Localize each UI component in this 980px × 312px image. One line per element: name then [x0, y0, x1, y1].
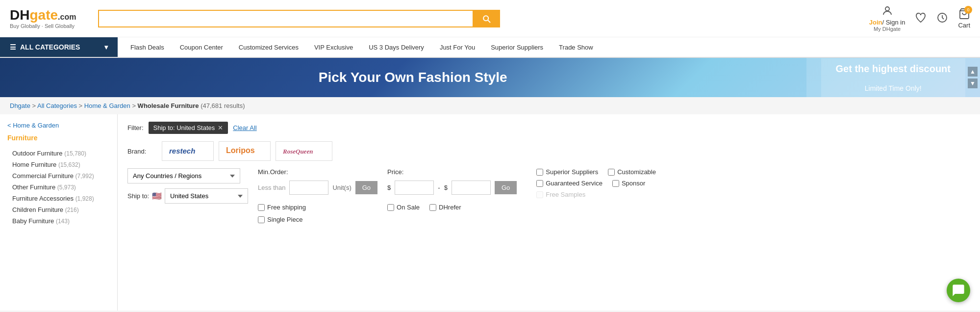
dhrefer-checkbox[interactable]: DHrefer — [429, 204, 461, 211]
sidebar-item-outdoor-furniture[interactable]: Outdoor Furniture (15,780) — [7, 148, 110, 159]
logo-area: DHgate.com Buy Globally · Sell Globally — [10, 8, 88, 29]
us-flag-icon: 🇺🇸 — [152, 191, 162, 201]
filter-tag-close[interactable]: ✕ — [218, 124, 223, 131]
free-samples-label: Free Samples — [546, 191, 585, 198]
nav-links: Flash Deals Coupon Center Customized Ser… — [118, 38, 606, 57]
guaranteed-service-input[interactable] — [536, 180, 543, 187]
from-select[interactable]: Any Countries / Regions — [127, 168, 240, 183]
on-sale-input[interactable] — [387, 204, 394, 211]
logo-dh: DH — [10, 7, 29, 23]
single-piece-label: Single Piece — [267, 216, 302, 223]
nav-vip-exclusive[interactable]: VIP Exclusive — [306, 38, 361, 57]
customizable-checkbox[interactable]: Customizable — [608, 168, 656, 176]
content-area: Filter: Ship to: United States ✕ Clear A… — [118, 114, 980, 311]
banner[interactable]: Pick Your Own Fashion Style Get the high… — [0, 58, 980, 97]
svg-text:RoseQueen: RoseQueen — [282, 148, 313, 155]
nav-us-days-delivery[interactable]: US 3 Days Delivery — [361, 38, 432, 57]
chat-button[interactable] — [947, 279, 970, 302]
brand-rosequeen[interactable]: RoseQueen — [276, 141, 332, 161]
brand-loripos[interactable]: Loripos — [219, 141, 271, 161]
logo[interactable]: DHgate.com — [10, 8, 76, 22]
filters-middle: Min.Order: Less than Unit(s) Go Free shi… — [258, 168, 377, 223]
nav-flash-deals[interactable]: Flash Deals — [123, 38, 172, 57]
all-categories-button[interactable]: ☰ ALL CATEGORIES ▾ — [0, 37, 118, 57]
right-filter-row-1: Superior Suppliers Customizable — [536, 168, 656, 176]
breadcrumb-all-categories[interactable]: All Categories — [37, 102, 77, 109]
sidebar-item-other-furniture[interactable]: Other Furniture (5,973) — [7, 182, 110, 193]
dhrefer-input[interactable] — [429, 204, 436, 211]
sidebar-item-children-furniture[interactable]: Children Furniture (216) — [7, 204, 110, 215]
svg-text:Loripos: Loripos — [226, 146, 255, 155]
sidebar-item-commercial-furniture[interactable]: Commercial Furniture (7,992) — [7, 170, 110, 182]
free-samples-checkbox[interactable]: Free Samples — [536, 191, 585, 198]
account-button[interactable]: Join/ Sign in My DHgate — [869, 5, 905, 32]
history-button[interactable] — [936, 12, 948, 26]
superior-suppliers-input[interactable] — [536, 169, 543, 176]
search-input[interactable] — [98, 10, 473, 27]
cart-button[interactable]: 0 Cart — [958, 8, 970, 29]
brand-label: Brand: — [127, 148, 157, 155]
guaranteed-service-label: Guaranteed Service — [546, 180, 603, 187]
main-layout: < Home & Garden Furniture Outdoor Furnit… — [0, 114, 980, 311]
min-order-input[interactable] — [289, 181, 328, 195]
clear-all-button[interactable]: Clear All — [233, 124, 256, 131]
price-label-row: Price: — [387, 168, 517, 176]
banner-prev-arrow[interactable]: ▲ — [968, 67, 978, 77]
nav-customized-services[interactable]: Customized Services — [231, 38, 306, 57]
free-samples-input[interactable] — [536, 191, 543, 198]
customizable-input[interactable] — [608, 169, 615, 176]
superior-suppliers-checkbox[interactable]: Superior Suppliers — [536, 168, 598, 176]
ship-to-select-wrap: Ship to: 🇺🇸 United States — [127, 188, 248, 204]
person-icon — [881, 5, 893, 19]
sidebar-item-home-furniture[interactable]: Home Furniture (15,632) — [7, 159, 110, 170]
search-icon — [481, 14, 491, 24]
breadcrumb-current: Wholesale Furniture — [138, 102, 199, 109]
min-order-input-row: Less than Unit(s) Go — [258, 181, 377, 195]
guaranteed-service-checkbox[interactable]: Guaranteed Service — [536, 180, 603, 187]
banner-discount-sub: Limited Time Only! — [821, 79, 965, 97]
single-piece-checkbox[interactable]: Single Piece — [258, 216, 377, 223]
min-order-label: Min.Order: — [258, 168, 288, 176]
nav-trade-show[interactable]: Trade Show — [551, 38, 601, 57]
search-button[interactable] — [473, 10, 500, 27]
header: DHgate.com Buy Globally · Sell Globally … — [0, 0, 980, 37]
logo-com: .com — [58, 13, 76, 21]
less-than-label: Less than — [258, 184, 285, 191]
price-go-button[interactable]: Go — [495, 181, 517, 194]
breadcrumb-sep3: > — [132, 102, 137, 109]
sidebar-back-button[interactable]: < Home & Garden — [7, 122, 110, 129]
banner-next-arrow[interactable]: ▼ — [968, 78, 978, 88]
brand-restech[interactable]: restech — [162, 141, 214, 161]
cart-badge: 0 — [964, 6, 972, 14]
price-max-input[interactable] — [452, 181, 491, 195]
ship-to-label: Ship to: — [127, 192, 149, 200]
min-order-row: Min.Order: — [258, 168, 377, 176]
svg-text:restech: restech — [169, 147, 195, 155]
nav-coupon-center[interactable]: Coupon Center — [172, 38, 231, 57]
filter-row: Filter: Ship to: United States ✕ Clear A… — [127, 122, 970, 134]
on-sale-checkbox[interactable]: On Sale — [387, 204, 420, 211]
sidebar-item-baby-furniture[interactable]: Baby Furniture (143) — [7, 215, 110, 227]
ship-to-select[interactable]: United States — [165, 188, 248, 204]
min-order-go-button[interactable]: Go — [355, 181, 377, 194]
filters-main-row: Any Countries / Regions Ship to: 🇺🇸 Unit… — [127, 168, 970, 223]
nav-superior-suppliers[interactable]: Superior Suppliers — [483, 38, 551, 57]
breadcrumb-dhgate[interactable]: Dhgate — [10, 102, 30, 109]
price-min-input[interactable] — [395, 181, 434, 195]
breadcrumb-home-garden[interactable]: Home & Garden — [84, 102, 130, 109]
price-dash: - — [438, 184, 440, 191]
free-shipping-label: Free shipping — [267, 204, 306, 211]
nav-just-for-you[interactable]: Just For You — [432, 38, 483, 57]
sponsor-input[interactable] — [612, 180, 619, 187]
banner-arrows: ▲ ▼ — [968, 67, 978, 88]
free-shipping-checkbox[interactable]: Free shipping — [258, 204, 306, 211]
single-piece-input[interactable] — [258, 216, 265, 223]
free-shipping-input[interactable] — [258, 204, 265, 211]
loripos-logo-icon: Loripos — [225, 143, 264, 157]
sidebar-item-furniture-accessories[interactable]: Furniture Accessories (1,928) — [7, 193, 110, 204]
wishlist-button[interactable] — [915, 12, 927, 26]
breadcrumb-results: (47,681 results) — [201, 102, 245, 109]
join-label: Join/ Sign in — [869, 19, 905, 26]
sponsor-checkbox[interactable]: Sponsor — [612, 180, 645, 187]
unit-label: Unit(s) — [332, 184, 351, 191]
